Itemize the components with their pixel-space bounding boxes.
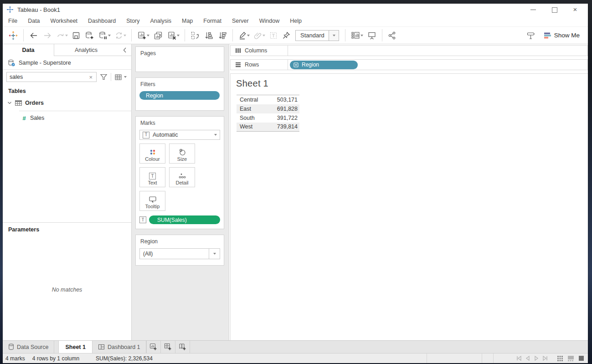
- new-worksheet-button[interactable]: [135, 29, 151, 42]
- redo-button[interactable]: [54, 29, 70, 42]
- share-button[interactable]: [386, 29, 398, 42]
- quick-filter-select[interactable]: (All): [139, 248, 220, 259]
- columns-shelf[interactable]: Columns: [230, 45, 588, 56]
- collapse-panel-button[interactable]: [118, 44, 131, 56]
- redo-icon: [56, 31, 65, 40]
- row-header[interactable]: Central: [237, 95, 275, 104]
- menu-format[interactable]: Format: [203, 18, 221, 24]
- marks-pill-sum-sales[interactable]: SUM(Sales): [149, 215, 220, 224]
- view-options-button[interactable]: [113, 70, 128, 84]
- colour-button[interactable]: Colour: [139, 144, 165, 164]
- sort-ascending-button[interactable]: [202, 29, 216, 42]
- group-members-button[interactable]: [252, 29, 267, 42]
- menu-analysis[interactable]: Analysis: [150, 18, 171, 24]
- forward-button[interactable]: [41, 29, 54, 42]
- search-input[interactable]: [10, 74, 88, 80]
- fix-axes-button[interactable]: [280, 29, 293, 42]
- detail-button[interactable]: Detail: [169, 167, 195, 187]
- show-me-button[interactable]: Show Me: [543, 31, 580, 40]
- search-box[interactable]: ×: [6, 72, 97, 82]
- minimize-button[interactable]: [530, 7, 536, 12]
- filmstrip-icon[interactable]: [567, 355, 574, 362]
- size-button[interactable]: Size: [169, 144, 195, 164]
- refresh-button[interactable]: [113, 29, 128, 42]
- clear-search-icon[interactable]: ×: [88, 74, 93, 81]
- next-sheet-icon[interactable]: [534, 356, 539, 361]
- rows-shelf[interactable]: Rows Region: [230, 59, 588, 70]
- filter-pill-region[interactable]: Region: [139, 91, 220, 100]
- swap-rows-columns-button[interactable]: [188, 29, 202, 42]
- menu-server[interactable]: Server: [232, 18, 249, 24]
- save-button[interactable]: [70, 29, 82, 42]
- tooltip-button[interactable]: Tooltip: [139, 191, 165, 211]
- table-icon: [15, 100, 22, 106]
- view-options-caret: [124, 76, 127, 78]
- text-button[interactable]: T Text: [139, 167, 165, 187]
- cell-value[interactable]: 503,171: [275, 95, 299, 104]
- menu-story[interactable]: Story: [126, 18, 139, 24]
- tableau-logo-button[interactable]: [6, 29, 20, 42]
- menu-file[interactable]: File: [8, 18, 17, 24]
- first-sheet-icon[interactable]: [516, 356, 522, 361]
- new-story-tab-button[interactable]: [175, 341, 190, 353]
- cell-value[interactable]: 691,828: [275, 104, 299, 113]
- last-sheet-icon[interactable]: [542, 356, 548, 361]
- cell-value[interactable]: 391,722: [275, 113, 299, 123]
- new-worksheet-tab-button[interactable]: [146, 341, 161, 353]
- back-button[interactable]: [27, 29, 41, 42]
- previous-sheet-icon[interactable]: [525, 356, 530, 361]
- tab-sheet1[interactable]: Sheet 1: [58, 341, 92, 353]
- filter-fields-button[interactable]: [99, 70, 108, 84]
- tab-dashboard1[interactable]: Dashboard 1: [93, 341, 146, 353]
- maximize-button[interactable]: [551, 7, 557, 12]
- row-header[interactable]: West: [237, 123, 275, 132]
- tab-analytics[interactable]: Analytics: [54, 44, 118, 56]
- fit-mode-select[interactable]: Standard: [295, 30, 339, 41]
- table-row[interactable]: South 391,722: [237, 113, 299, 123]
- tab-data[interactable]: Data: [3, 44, 54, 56]
- field-divider: [19, 111, 131, 111]
- sheet-view[interactable]: Sheet 1 Central 503,171 East 691,828 Sou…: [230, 73, 588, 340]
- table-row[interactable]: West 739,814: [237, 123, 299, 132]
- fit-mode-caret[interactable]: [329, 31, 339, 41]
- duplicate-button[interactable]: [151, 29, 165, 42]
- status-flag-button[interactable]: [524, 29, 539, 42]
- show-tabs-icon[interactable]: [578, 355, 584, 361]
- pages-card[interactable]: Pages: [135, 46, 224, 72]
- datasource-row[interactable]: Sample - Superstore: [3, 56, 131, 70]
- row-header[interactable]: South: [237, 113, 275, 123]
- sheet-sorter-icon[interactable]: [557, 355, 563, 362]
- new-dashboard-tab-button[interactable]: [161, 341, 175, 353]
- presentation-mode-button[interactable]: [365, 29, 379, 42]
- menu-dashboard[interactable]: Dashboard: [88, 18, 116, 24]
- clear-sheet-button[interactable]: [165, 29, 181, 42]
- table-row-orders[interactable]: Orders: [3, 97, 131, 109]
- quick-filter-caret[interactable]: [209, 249, 220, 259]
- filters-card[interactable]: Filters Region: [135, 77, 224, 111]
- close-button[interactable]: ×: [572, 7, 578, 12]
- tab-data-source[interactable]: Data Source: [3, 341, 54, 353]
- menu-map[interactable]: Map: [182, 18, 193, 24]
- row-header[interactable]: East: [237, 104, 275, 113]
- quick-filter-value: (All): [140, 249, 209, 259]
- field-row-sales[interactable]: # Sales: [3, 112, 131, 124]
- menu-data[interactable]: Data: [28, 18, 40, 24]
- cell-value[interactable]: 739,814: [275, 123, 299, 132]
- highlight-button[interactable]: [236, 29, 252, 42]
- rows-pill-region[interactable]: Region: [290, 61, 358, 69]
- sort-descending-button[interactable]: [216, 29, 229, 42]
- menu-help[interactable]: Help: [290, 18, 302, 24]
- new-data-source-button[interactable]: [82, 29, 96, 42]
- pause-auto-updates-button[interactable]: [96, 29, 113, 42]
- datasource-tab-icon: [8, 343, 14, 350]
- menu-worksheet[interactable]: Worksheet: [51, 18, 78, 24]
- datasource-icon: [7, 59, 15, 67]
- table-row[interactable]: East 691,828: [237, 104, 299, 113]
- table-row[interactable]: Central 503,171: [237, 95, 299, 104]
- show-mark-labels-button[interactable]: [267, 29, 280, 42]
- mark-type-select[interactable]: T Automatic: [139, 130, 220, 140]
- marks-pill-label: SUM(Sales): [157, 217, 187, 223]
- cards-layout-icon: [350, 31, 360, 41]
- menu-window[interactable]: Window: [259, 18, 279, 24]
- show-hide-cards-button[interactable]: [349, 29, 365, 42]
